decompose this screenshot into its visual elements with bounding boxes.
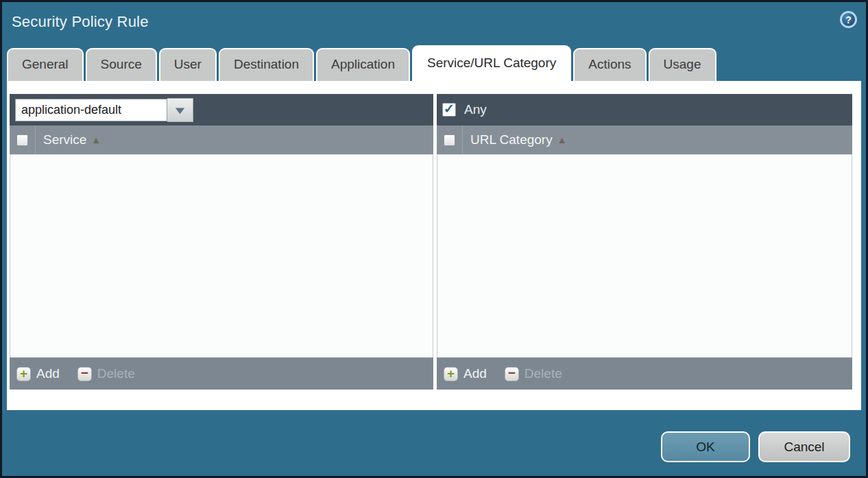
delete-button-label: Delete <box>525 366 562 381</box>
url-category-table-body <box>437 154 852 357</box>
tab-source[interactable]: Source <box>86 48 157 81</box>
minus-icon: − <box>77 367 92 381</box>
service-delete-button[interactable]: − Delete <box>77 366 135 381</box>
add-button-label: Add <box>36 366 60 381</box>
url-category-column-header[interactable]: URL Category <box>470 132 553 147</box>
ok-button[interactable]: OK <box>661 431 750 462</box>
delete-button-label: Delete <box>97 366 135 381</box>
url-category-delete-button[interactable]: − Delete <box>505 366 562 381</box>
chevron-down-icon: ▼ <box>172 105 187 115</box>
tab-content-area: ▼ Service ▲ + Add − Delete <box>7 81 861 410</box>
service-table-footer: + Add − Delete <box>10 357 433 390</box>
help-icon[interactable]: ? <box>840 11 857 28</box>
dialog-title: Security Policy Rule <box>12 13 149 31</box>
url-category-panel: ✓ Any URL Category ▲ + Add − Delete <box>437 94 852 390</box>
tab-bar: General Source User Destination Applicat… <box>7 45 716 81</box>
question-mark-glyph: ? <box>845 14 852 25</box>
tab-application[interactable]: Application <box>316 48 410 81</box>
url-category-add-button[interactable]: + Add <box>444 366 487 381</box>
minus-icon: − <box>505 367 519 381</box>
service-type-toolbar: ▼ <box>10 94 433 126</box>
url-category-toolbar: ✓ Any <box>437 94 852 126</box>
service-column-header[interactable]: Service <box>43 132 86 147</box>
tab-usage[interactable]: Usage <box>649 48 716 81</box>
tab-service-url-category[interactable]: Service/URL Category <box>412 45 571 81</box>
security-policy-rule-dialog: Security Policy Rule ? General Source Us… <box>0 0 868 478</box>
url-category-table-header: URL Category ▲ <box>437 126 852 154</box>
tab-user[interactable]: User <box>159 48 217 81</box>
cancel-button[interactable]: Cancel <box>758 431 850 462</box>
any-checkbox-label[interactable]: Any <box>464 102 487 117</box>
sort-asc-icon[interactable]: ▲ <box>557 134 567 145</box>
service-select-all-checkbox[interactable] <box>16 134 28 146</box>
service-add-button[interactable]: + Add <box>16 366 60 381</box>
tab-actions[interactable]: Actions <box>573 48 646 81</box>
plus-icon: + <box>16 367 31 381</box>
service-table-header: Service ▲ <box>10 126 433 154</box>
service-type-input[interactable] <box>15 99 167 121</box>
any-checkbox[interactable]: ✓ <box>442 103 456 117</box>
tab-general[interactable]: General <box>7 48 84 81</box>
service-select-all-cell <box>10 126 36 154</box>
url-category-table-footer: + Add − Delete <box>437 357 852 390</box>
tab-destination[interactable]: Destination <box>219 48 314 81</box>
service-table-body <box>10 154 433 357</box>
url-category-select-all-cell <box>437 126 463 154</box>
plus-icon: + <box>444 367 458 381</box>
sort-asc-icon[interactable]: ▲ <box>91 134 101 145</box>
check-icon: ✓ <box>444 102 455 115</box>
add-button-label: Add <box>463 366 487 381</box>
service-type-dropdown-button[interactable]: ▼ <box>167 98 193 122</box>
url-category-select-all-checkbox[interactable] <box>444 134 455 146</box>
service-panel: ▼ Service ▲ + Add − Delete <box>10 94 433 390</box>
